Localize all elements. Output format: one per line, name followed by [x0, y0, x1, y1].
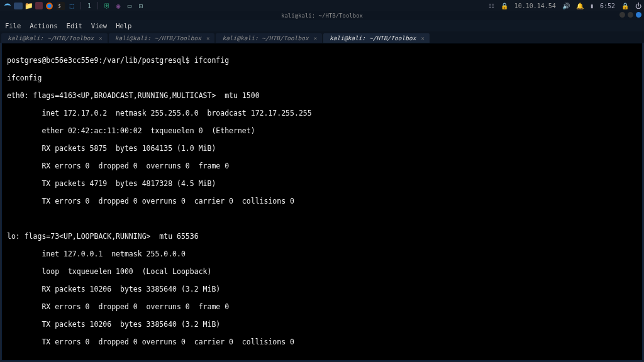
close-icon[interactable]: ×: [421, 35, 424, 41]
terminal-line: loop txqueuelen 1000 (Local Loopback): [7, 267, 211, 276]
kali-menu-icon[interactable]: [3, 1, 13, 11]
terminal-line: TX packets 4719 bytes 4817328 (4.5 MiB): [7, 179, 216, 188]
terminal-line: RX packets 5875 bytes 1064135 (1.0 MiB): [7, 144, 216, 153]
close-icon[interactable]: ×: [206, 35, 209, 41]
menu-view[interactable]: View: [91, 22, 107, 30]
net-lock-icon[interactable]: 🔒: [501, 3, 508, 9]
firefox-icon[interactable]: [44, 1, 54, 11]
terminal-line: ether 02:42:ac:11:00:02 txqueuelen 0 (Et…: [7, 126, 255, 135]
shield-icon[interactable]: ⛨: [102, 1, 112, 11]
tab-label: kali@kali: ~/HTB/Toolbox: [222, 35, 308, 41]
maximize-button[interactable]: [628, 12, 633, 18]
terminal-tab[interactable]: kali@kali: ~/HTB/Toolbox ×: [216, 33, 322, 43]
menubar: File Actions Edit View Help: [0, 20, 644, 31]
terminal-line: TX packets 10206 bytes 3385640 (3.2 MiB): [7, 320, 220, 329]
vpn-icon[interactable]: ☷: [489, 3, 494, 9]
terminal-line: RX errors 0 dropped 0 overruns 0 frame 0: [7, 162, 229, 170]
terminal-line: ifconfig: [7, 74, 42, 82]
lock-icon[interactable]: 🔒: [621, 3, 629, 9]
menu-actions[interactable]: Actions: [30, 22, 57, 30]
volume-icon[interactable]: 🔊: [562, 3, 570, 9]
clock[interactable]: 6:52: [600, 3, 615, 9]
files-icon[interactable]: [14, 3, 23, 9]
terminal-body[interactable]: postgres@bc56e3cc55e9:/var/lib/postgresq…: [1, 43, 643, 361]
battery-icon[interactable]: ▮: [590, 3, 594, 9]
minimize-button[interactable]: [619, 12, 625, 18]
code-icon[interactable]: ⬚: [67, 1, 77, 11]
terminal-line: lo: flags=73<UP,LOOPBACK,RUNNING> mtu 65…: [7, 232, 199, 241]
terminal-tab[interactable]: kali@kali: ~/HTB/Toolbox ×: [1, 33, 108, 43]
terminal-line: RX packets 10206 bytes 3385640 (3.2 MiB): [7, 285, 220, 293]
tab-label: kali@kali: ~/HTB/Toolbox: [330, 35, 416, 41]
terminal-line: eth0: flags=4163<UP,BROADCAST,RUNNING,MU…: [7, 91, 260, 100]
terminal-line: inet 127.0.0.1 netmask 255.0.0.0: [7, 250, 186, 258]
terminal-tab[interactable]: kali@kali: ~/HTB/Toolbox ×: [109, 33, 215, 43]
menu-edit[interactable]: Edit: [67, 22, 82, 30]
app-icon[interactable]: ◉: [113, 1, 123, 11]
tab-label: kali@kali: ~/HTB/Toolbox: [115, 35, 201, 41]
notification-icon[interactable]: 🔔: [576, 3, 584, 9]
window-title: kali@kali: ~/HTB/Toolbox: [281, 13, 363, 19]
close-icon[interactable]: ×: [99, 35, 102, 41]
folder-icon[interactable]: 📁: [24, 1, 34, 11]
close-icon[interactable]: ×: [314, 35, 317, 41]
svg-point-1: [47, 4, 52, 8]
terminal-line: TX errors 0 dropped 0 overruns 0 carrier…: [7, 197, 294, 206]
window-icon[interactable]: ▭: [125, 1, 135, 11]
taskbar-right: ☷ 🔒 10.10.14.54 🔊 🔔 ▮ 6:52 🔒 ⏻: [489, 3, 641, 9]
terminal-tabbar: kali@kali: ~/HTB/Toolbox × kali@kali: ~/…: [0, 31, 644, 43]
terminal-line: RX errors 0 dropped 0 overruns 0 frame 0: [7, 302, 229, 311]
remote-ip: 10.10.14.54: [514, 3, 556, 9]
menu-file[interactable]: File: [5, 22, 21, 30]
terminal-line: postgres@bc56e3cc55e9:/var/lib/postgresq…: [7, 56, 229, 65]
terminal-icon[interactable]: $: [55, 1, 65, 11]
menu-help[interactable]: Help: [116, 22, 131, 30]
taskbar-left: 📁 $ ⬚ 1 ⛨ ◉ ▭ ⊡: [3, 1, 146, 11]
record-icon[interactable]: ⊡: [136, 1, 146, 11]
terminal-line: TX errors 0 dropped 0 overruns 0 carrier…: [7, 337, 294, 346]
power-icon[interactable]: ⏻: [635, 3, 641, 9]
taskbar-separator: [97, 2, 98, 9]
svg-text:$: $: [58, 3, 61, 8]
window-controls: [619, 12, 641, 18]
editor-icon[interactable]: [35, 2, 43, 9]
system-taskbar: 📁 $ ⬚ 1 ⛨ ◉ ▭ ⊡ ☷ 🔒 10.10.14.54 🔊 🔔 ▮ 6:…: [0, 0, 644, 11]
window-titlebar[interactable]: kali@kali: ~/HTB/Toolbox: [0, 11, 644, 20]
workspace-number[interactable]: 1: [87, 3, 91, 9]
close-button[interactable]: [636, 12, 641, 18]
terminal-line: inet 172.17.0.2 netmask 255.255.0.0 broa…: [7, 109, 312, 118]
taskbar-separator: [80, 2, 81, 9]
terminal-tab-active[interactable]: kali@kali: ~/HTB/Toolbox ×: [323, 33, 430, 43]
tab-label: kali@kali: ~/HTB/Toolbox: [8, 35, 94, 41]
